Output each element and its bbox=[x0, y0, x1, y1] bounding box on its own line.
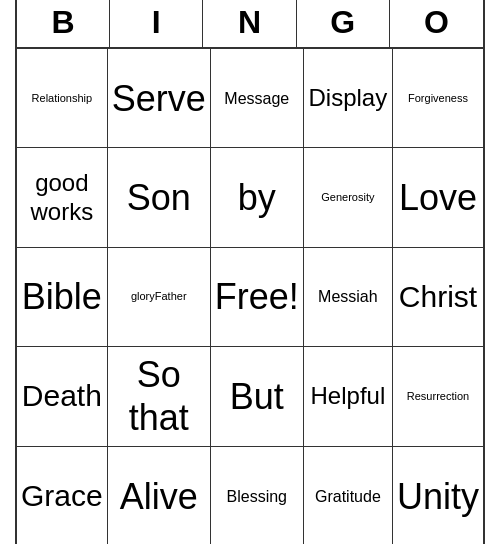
cell-text-18: Helpful bbox=[311, 382, 386, 411]
cell-text-22: Blessing bbox=[227, 487, 287, 506]
cell-text-10: Bible bbox=[22, 275, 102, 318]
header-letter-b: B bbox=[17, 0, 110, 47]
cell-text-7: by bbox=[238, 176, 276, 219]
cell-text-8: Generosity bbox=[321, 191, 374, 204]
cell-text-20: Grace bbox=[21, 478, 103, 514]
bingo-cell-18: Helpful bbox=[304, 347, 393, 446]
header-letter-n: N bbox=[203, 0, 296, 47]
cell-text-5: good works bbox=[21, 169, 103, 227]
bingo-cell-11: gloryFather bbox=[108, 248, 211, 347]
bingo-cell-14: Christ bbox=[393, 248, 483, 347]
bingo-cell-23: Gratitude bbox=[304, 447, 393, 544]
bingo-cell-19: Resurrection bbox=[393, 347, 483, 446]
cell-text-9: Love bbox=[399, 176, 477, 219]
cell-text-0: Relationship bbox=[32, 92, 93, 105]
cell-text-19: Resurrection bbox=[407, 390, 469, 403]
bingo-cell-16: So that bbox=[108, 347, 211, 446]
header-letter-o: O bbox=[390, 0, 483, 47]
bingo-cell-24: Unity bbox=[393, 447, 483, 544]
bingo-cell-17: But bbox=[211, 347, 304, 446]
bingo-cell-12: Free! bbox=[211, 248, 304, 347]
cell-text-3: Display bbox=[309, 84, 388, 113]
cell-text-23: Gratitude bbox=[315, 487, 381, 506]
bingo-cell-1: Serve bbox=[108, 49, 211, 148]
bingo-cell-8: Generosity bbox=[304, 148, 393, 247]
cell-text-17: But bbox=[230, 375, 284, 418]
cell-text-4: Forgiveness bbox=[408, 92, 468, 105]
bingo-grid: RelationshipServeMessageDisplayForgivene… bbox=[17, 49, 483, 544]
cell-text-6: Son bbox=[127, 176, 191, 219]
cell-text-14: Christ bbox=[399, 279, 477, 315]
cell-text-21: Alive bbox=[120, 475, 198, 518]
bingo-cell-4: Forgiveness bbox=[393, 49, 483, 148]
bingo-cell-2: Message bbox=[211, 49, 304, 148]
bingo-cell-21: Alive bbox=[108, 447, 211, 544]
bingo-cell-15: Death bbox=[17, 347, 108, 446]
bingo-cell-7: by bbox=[211, 148, 304, 247]
cell-text-1: Serve bbox=[112, 77, 206, 120]
bingo-cell-10: Bible bbox=[17, 248, 108, 347]
cell-text-12: Free! bbox=[215, 275, 299, 318]
bingo-cell-6: Son bbox=[108, 148, 211, 247]
cell-text-2: Message bbox=[224, 89, 289, 108]
bingo-cell-5: good works bbox=[17, 148, 108, 247]
bingo-cell-3: Display bbox=[304, 49, 393, 148]
cell-text-24: Unity bbox=[397, 475, 479, 518]
bingo-card: BINGO RelationshipServeMessageDisplayFor… bbox=[15, 0, 485, 544]
cell-text-13: Messiah bbox=[318, 287, 378, 306]
bingo-header: BINGO bbox=[17, 0, 483, 49]
header-letter-i: I bbox=[110, 0, 203, 47]
bingo-cell-20: Grace bbox=[17, 447, 108, 544]
header-letter-g: G bbox=[297, 0, 390, 47]
bingo-cell-9: Love bbox=[393, 148, 483, 247]
cell-text-11: gloryFather bbox=[131, 290, 187, 303]
cell-text-16: So that bbox=[112, 353, 206, 439]
bingo-cell-0: Relationship bbox=[17, 49, 108, 148]
bingo-cell-22: Blessing bbox=[211, 447, 304, 544]
bingo-cell-13: Messiah bbox=[304, 248, 393, 347]
cell-text-15: Death bbox=[22, 378, 102, 414]
